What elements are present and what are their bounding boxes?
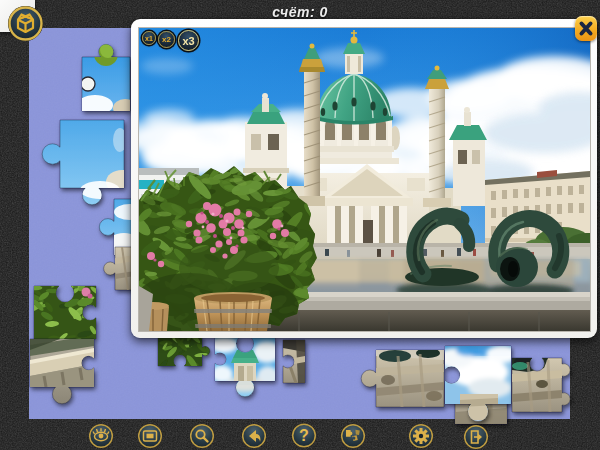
svg-text:?: ? — [299, 427, 309, 444]
